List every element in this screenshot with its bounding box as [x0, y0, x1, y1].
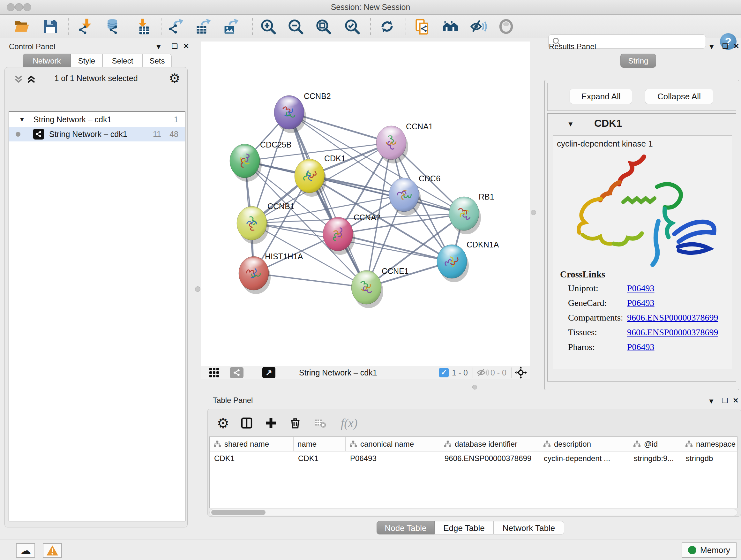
zoom-in-button[interactable] — [259, 17, 277, 36]
import-database-button[interactable] — [104, 17, 122, 36]
table-panel-float-icon[interactable]: ❑ — [722, 396, 728, 405]
hidden-eye-slash-icon[interactable] — [476, 368, 488, 377]
network-node-CDC25B[interactable]: CDC25B — [230, 140, 292, 182]
column-header-shared-name[interactable]: shared name — [210, 437, 293, 451]
network-node-CDKN1A[interactable]: CDKN1A — [437, 240, 499, 282]
import-network-button[interactable] — [77, 17, 95, 36]
network-edge-HIST1H1A-CCNE1[interactable] — [254, 273, 366, 287]
delete-column-trash-icon[interactable] — [286, 414, 305, 433]
zoom-in-icon — [260, 18, 276, 35]
column-header-description[interactable]: description — [539, 437, 629, 451]
export-network-button[interactable] — [167, 17, 185, 36]
column-header-name[interactable]: name — [293, 437, 346, 451]
control-panel-collapse-icon[interactable]: ▼ — [155, 43, 162, 51]
table-panel-collapse-icon[interactable]: ▼ — [708, 397, 715, 406]
function-builder-fx[interactable]: f(x) — [335, 414, 363, 433]
table-cell[interactable]: stringdb — [681, 451, 737, 465]
tab-network-table[interactable]: Network Table — [493, 521, 564, 535]
selected-checkbox-icon[interactable]: ✓ — [439, 368, 449, 377]
network-options-gear-icon[interactable]: ⚙ — [169, 72, 180, 84]
tab-string[interactable]: String — [620, 54, 656, 68]
table-cell[interactable]: CDK1 — [293, 451, 346, 465]
crosslink-link[interactable]: 9606.ENSP00000378699 — [627, 327, 718, 337]
network-row-selected[interactable]: String Network – cdk1 11 48 — [9, 127, 185, 141]
network-node-CCNB1[interactable]: CCNB1 — [237, 202, 294, 244]
show-all-button[interactable] — [497, 17, 515, 36]
table-cell[interactable]: stringdb:9... — [629, 451, 681, 465]
table-settings-gear-icon[interactable]: ⚙ — [213, 414, 232, 433]
table-panel-close-icon[interactable]: ✕ — [733, 396, 738, 405]
column-header-canonical-name[interactable]: canonical name — [346, 437, 440, 451]
network-node-CDK1[interactable]: CDK1 — [294, 154, 346, 197]
grid-view-icon[interactable] — [209, 368, 226, 377]
results-panel-collapse-icon[interactable]: ▼ — [708, 43, 715, 51]
column-header-namespace[interactable]: namespace — [681, 437, 737, 451]
table-cell[interactable]: P06493 — [346, 451, 440, 465]
first-neighbors-button[interactable] — [442, 17, 460, 36]
network-node-CCNA2[interactable]: CCNA2 — [323, 213, 381, 255]
zoom-out-button[interactable] — [286, 17, 305, 36]
export-image-button[interactable] — [222, 17, 240, 36]
table-cell[interactable]: 9606.ENSP00000378699 — [440, 451, 539, 465]
results-panel-close-icon[interactable]: ✕ — [733, 42, 739, 51]
warnings-button[interactable] — [43, 543, 62, 558]
zoom-selected-button[interactable] — [343, 17, 361, 36]
node-label-CCNB2: CCNB2 — [304, 91, 331, 101]
tab-style[interactable]: Style — [71, 54, 103, 68]
bottom-splitter-handle[interactable] — [472, 385, 477, 389]
refresh-button[interactable] — [378, 17, 396, 36]
network-node-HIST1H1A[interactable]: HIST1H1A — [239, 252, 303, 294]
add-column-plus-icon[interactable] — [261, 414, 280, 433]
table-cell[interactable]: CDK1 — [210, 451, 293, 465]
tab-edge-table[interactable]: Edge Table — [434, 521, 493, 535]
clone-network-button[interactable] — [413, 17, 431, 36]
tab-node-table[interactable]: Node Table — [377, 521, 434, 535]
right-splitter-handle[interactable] — [531, 210, 536, 215]
node-table[interactable]: shared namenamecanonical namedatabase id… — [209, 436, 738, 508]
network-collection-row[interactable]: ▼ String Network – cdk1 1 — [9, 112, 185, 127]
crosslink-link[interactable]: 9606.ENSP00000378699 — [627, 313, 718, 323]
memory-button[interactable]: Memory — [682, 543, 737, 558]
network-edge-CCNB2-CCNE1[interactable] — [289, 112, 366, 287]
table-row[interactable]: CDK1CDK1P064939606.ENSP00000378699cyclin… — [210, 451, 737, 465]
cloud-status-button[interactable]: ☁ — [16, 543, 35, 558]
open-session-button[interactable] — [13, 17, 30, 36]
tab-select[interactable]: Select — [103, 54, 143, 68]
tab-sets[interactable]: Sets — [143, 54, 172, 68]
table-cell[interactable]: cyclin-dependent ... — [539, 451, 629, 465]
delete-table-icon[interactable] — [311, 414, 330, 433]
fit-content-crosshair-icon[interactable] — [515, 367, 527, 379]
horizontal-scrollbar[interactable] — [209, 509, 738, 516]
crosslink-link[interactable]: P06493 — [627, 342, 655, 352]
disclosure-triangle-icon[interactable]: ▼ — [19, 116, 25, 123]
crosslink-row: Pharos:P06493 — [553, 342, 732, 357]
left-splitter-handle[interactable] — [195, 287, 200, 292]
control-panel-float-icon[interactable]: ❑ — [172, 42, 178, 51]
network-canvas[interactable]: CCNB2CCNA1CDC25BCDK1CDC6RB1CCNB1CCNA2CDK… — [201, 42, 530, 366]
crosslink-link[interactable]: P06493 — [627, 298, 655, 308]
network-node-RB1[interactable]: RB1 — [449, 192, 494, 234]
zoom-fit-button[interactable] — [314, 17, 332, 36]
control-panel-close-icon[interactable]: ✕ — [183, 42, 189, 51]
tab-network[interactable]: Network — [23, 54, 71, 68]
horizontal-scrollbar-thumb[interactable] — [211, 510, 266, 515]
network-view-share-icon[interactable] — [230, 367, 244, 378]
birdseye-view-icon[interactable]: ↗ — [262, 367, 275, 378]
export-table-button[interactable] — [194, 17, 212, 36]
collapse-all-button[interactable]: Collapse All — [645, 89, 713, 104]
hide-selected-button[interactable] — [469, 17, 487, 36]
column-header-database-identifier[interactable]: database identifier — [440, 437, 539, 451]
results-panel-float-icon[interactable]: ❑ — [722, 42, 729, 51]
expand-all-button[interactable]: Expand All — [569, 89, 632, 104]
toolbar-separator — [68, 18, 69, 35]
import-table-button[interactable] — [133, 17, 151, 36]
network-node-CCNA1[interactable]: CCNA1 — [376, 122, 433, 164]
network-node-CCNE1[interactable]: CCNE1 — [351, 266, 409, 308]
network-node-CCNB2[interactable]: CCNB2 — [274, 91, 331, 133]
save-session-button[interactable] — [42, 17, 59, 36]
show-columns-icon[interactable] — [237, 414, 256, 433]
gene-disclosure-triangle-icon[interactable]: ▼ — [567, 120, 574, 128]
column-header--id[interactable]: @id — [629, 437, 681, 451]
network-node-CDC6[interactable]: CDC6 — [389, 174, 441, 215]
crosslink-link[interactable]: P06493 — [627, 283, 655, 294]
